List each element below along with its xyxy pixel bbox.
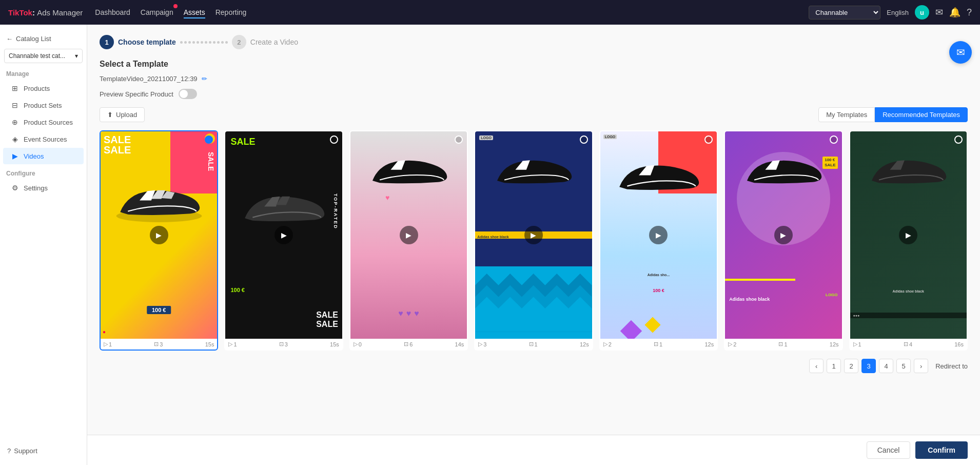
manage-section-label: Manage (0, 65, 87, 80)
image-icon: ⊡ (904, 341, 908, 347)
confirm-button[interactable]: Confirm (915, 441, 968, 459)
cancel-button[interactable]: Cancel (867, 441, 911, 459)
template-name-value: TemplateVideo_20211007_12:39 (100, 75, 198, 83)
edit-icon[interactable]: ✏ (202, 75, 207, 83)
help-icon[interactable]: ? (967, 7, 972, 18)
tab-recommended-templates[interactable]: Recommended Templates (875, 107, 968, 122)
avatar[interactable]: u (915, 5, 929, 20)
t4-radio (580, 135, 588, 144)
t1-image-count: ⊡ 3 (154, 341, 163, 347)
t2-shoe (237, 183, 330, 231)
play-button[interactable]: ▶ (649, 226, 668, 244)
t7-bar-text: ●●● (853, 314, 964, 317)
stepper: 1 Choose template 2 Create a Video (100, 35, 968, 49)
t6-radio (830, 135, 838, 144)
language-label: English (887, 9, 909, 16)
t6-vid-num: 2 (733, 341, 736, 347)
t1-img-num: 3 (160, 341, 163, 347)
t2-sale-bottom: SALESALE (316, 311, 338, 328)
t3-image-count: ⊡ 6 (404, 341, 413, 347)
template-4-info: ▷ 3 ⊡ 1 12s (475, 339, 592, 350)
template-card-1[interactable]: SALESALE SALE (100, 130, 218, 351)
sidebar-item-event-sources[interactable]: ◈ Event Sources (3, 131, 84, 147)
preview-row: Preview Specific Product (100, 89, 968, 99)
step2-label: Create a Video (250, 38, 298, 46)
step-connector (180, 41, 228, 44)
t4-vid-num: 3 (483, 341, 486, 347)
template-card-7[interactable]: Adidas shoe black ●●● ▶ ▷ 1 ⊡ 4 (849, 130, 968, 351)
upload-icon: ⬆ (107, 111, 113, 119)
page-5-button[interactable]: 5 (896, 359, 911, 373)
chat-fab-button[interactable]: ✉ (949, 41, 972, 64)
play-button[interactable]: ▶ (899, 226, 917, 244)
catalog-dropdown[interactable]: Channable test cat... ▾ (4, 49, 83, 63)
template-card-4[interactable]: LOGO Adidas shoe black (474, 130, 593, 351)
page-4-button[interactable]: 4 (879, 359, 893, 373)
play-button[interactable]: ▶ (150, 226, 168, 244)
template-card-2[interactable]: SALE TOP-RATED 100 € SALESALE (224, 130, 343, 351)
t6-stripe (725, 279, 795, 281)
t7-image-count: ⊡ 4 (904, 341, 912, 347)
t1-vid-num: 1 (109, 341, 112, 347)
nav-reporting[interactable]: Reporting (215, 6, 247, 18)
t5-diamond2 (644, 317, 660, 333)
play-button[interactable]: ▶ (524, 226, 543, 244)
t5-shoe (612, 152, 705, 200)
page-3-button[interactable]: 3 (861, 359, 876, 373)
next-page-button[interactable]: › (914, 359, 928, 373)
template-5-info: ▷ 2 ⊡ 1 12s (600, 339, 717, 350)
nav-assets[interactable]: Assets (184, 6, 205, 18)
t4-logo: LOGO (479, 135, 493, 140)
upload-label: Upload (116, 111, 137, 119)
prev-page-button[interactable]: ‹ (809, 359, 824, 373)
settings-icon: ⚙ (10, 184, 19, 192)
sidebar-item-product-sets[interactable]: ⊟ Product Sets (3, 97, 84, 113)
dot (184, 41, 187, 44)
image-icon: ⊡ (778, 341, 783, 347)
template-name-row: TemplateVideo_20211007_12:39 ✏ (100, 75, 968, 83)
sidebar-item-videos[interactable]: ▶ Videos (3, 148, 84, 164)
template-thumb-6: 100 €SALE Adidas shoe black LOGO ▶ (725, 131, 841, 339)
t6-product-name: Adidas shoe black (729, 297, 770, 302)
dot (217, 41, 220, 44)
t5-video-count: ▷ 2 (603, 341, 612, 347)
image-icon: ⊡ (529, 341, 534, 347)
template-card-3[interactable]: ♥ ♥ ♥ ♥ ▶ ▷ 0 ⊡ (349, 130, 468, 351)
play-button[interactable]: ▶ (275, 226, 293, 244)
play-button[interactable]: ▶ (774, 226, 793, 244)
template-card-6[interactable]: 100 €SALE Adidas shoe black LOGO ▶ ▷ 2 ⊡ (724, 130, 842, 351)
t7-img-num: 4 (909, 341, 912, 347)
nav-dashboard[interactable]: Dashboard (95, 6, 130, 18)
t7-vid-num: 1 (858, 341, 861, 347)
sidebar-item-product-sources[interactable]: ⊕ Product Sources (3, 114, 84, 130)
play-button[interactable]: ▶ (400, 226, 418, 244)
t1-sale-vertical: SALE (207, 152, 215, 171)
brand-logo: TikTok: Ads Manager (8, 8, 83, 17)
t1-sale-text: SALESALE (104, 134, 131, 155)
t5-img-num: 1 (659, 341, 662, 347)
sidebar-item-settings[interactable]: ⚙ Settings (3, 180, 84, 196)
catalog-list-button[interactable]: ← Catalog List (0, 31, 87, 47)
mail-icon[interactable]: ✉ (935, 7, 943, 18)
t3-duration: 14s (455, 341, 464, 347)
sidebar-item-products[interactable]: ⊞ Products (3, 80, 84, 96)
page-2-button[interactable]: 2 (844, 359, 858, 373)
tab-my-templates[interactable]: My Templates (818, 107, 875, 122)
template-thumb-2: SALE TOP-RATED 100 € SALESALE (225, 131, 342, 339)
preview-toggle[interactable] (179, 89, 197, 99)
t3-shoe (365, 148, 453, 193)
nav-campaign[interactable]: Campaign (141, 6, 173, 18)
notification-icon[interactable]: 🔔 (949, 7, 961, 18)
event-sources-icon: ◈ (10, 135, 19, 143)
support-button[interactable]: ? Support (0, 443, 87, 459)
t4-shoe (490, 148, 578, 193)
template-card-5[interactable]: LOGO Adidas sho... 100 € (599, 130, 718, 351)
t5-vid-num: 2 (609, 341, 612, 347)
t4-image-count: ⊡ 1 (529, 341, 538, 347)
t2-vid-num: 1 (233, 341, 237, 347)
page-1-button[interactable]: 1 (827, 359, 841, 373)
channel-selector[interactable]: Channable (809, 6, 880, 20)
t1-video-count: ▷ 1 (104, 341, 112, 347)
dot (188, 41, 191, 44)
upload-button[interactable]: ⬆ Upload (100, 107, 145, 122)
